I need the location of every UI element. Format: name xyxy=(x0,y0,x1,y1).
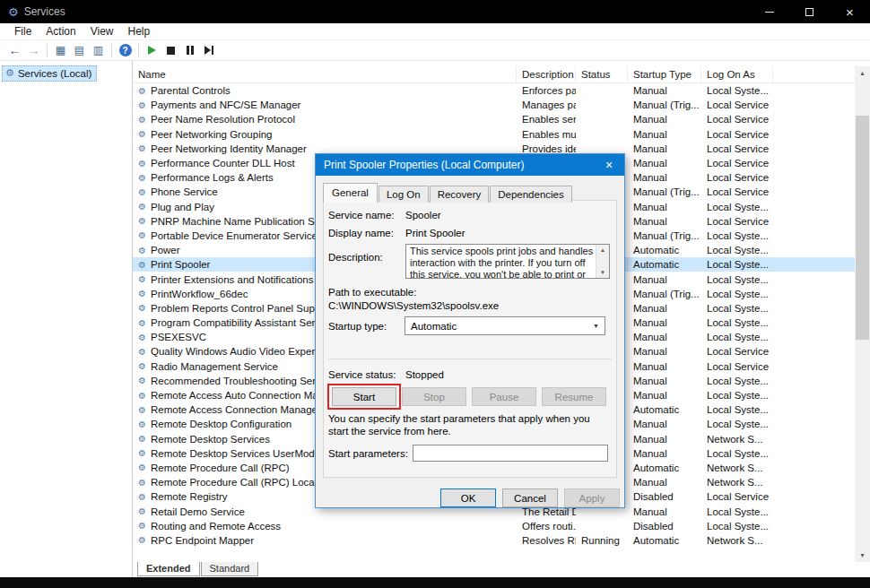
startup-type-dropdown[interactable]: Automatic ▼ xyxy=(405,316,605,335)
scrollbar-thumb[interactable] xyxy=(856,116,869,340)
description-scroll-up-icon[interactable]: ▲ xyxy=(596,245,609,255)
column-header-description[interactable]: Description xyxy=(517,66,576,82)
service-gear-icon: ⚙ xyxy=(138,173,146,183)
tab-recovery[interactable]: Recovery xyxy=(430,186,490,203)
minimize-icon xyxy=(765,12,774,13)
toolbar-separator xyxy=(111,44,112,57)
start-parameters-input[interactable] xyxy=(413,445,608,462)
service-status-value: Stopped xyxy=(405,369,444,380)
service-startup-type-cell: Disabled xyxy=(628,489,701,504)
maximize-button[interactable] xyxy=(789,0,830,23)
scroll-up-icon[interactable]: ▲ xyxy=(855,66,870,80)
description-box[interactable]: This service spools print jobs and handl… xyxy=(405,244,610,279)
menu-help[interactable]: Help xyxy=(121,23,158,40)
service-startup-type-cell: Manual xyxy=(628,272,701,286)
service-log-on-as-cell: Local Syste... xyxy=(701,519,773,533)
back-button[interactable]: ← xyxy=(5,42,24,59)
service-status-cell xyxy=(576,112,628,126)
service-startup-type-cell: Manual xyxy=(628,504,701,518)
restart-service-button[interactable] xyxy=(199,42,218,59)
tab-standard[interactable]: Standard xyxy=(201,562,259,576)
service-gear-icon: ⚙ xyxy=(138,289,146,298)
service-name-text: Routing and Remote Access xyxy=(151,521,281,532)
services-node-icon: ⚙ xyxy=(5,67,14,79)
service-startup-type-cell: Manual xyxy=(628,112,701,126)
service-name-text: RPC Endpoint Mapper xyxy=(151,535,254,546)
help-button[interactable]: ? xyxy=(116,42,135,59)
service-log-on-as-cell: Local Syste... xyxy=(701,417,773,431)
scroll-down-icon[interactable]: ▼ xyxy=(855,549,870,562)
service-startup-type-cell: Manual xyxy=(628,344,701,359)
table-row[interactable]: ⚙Payments and NFC/SE ManagerManages pa..… xyxy=(133,98,855,112)
service-startup-type-cell: Manual xyxy=(628,417,701,431)
service-startup-type-cell: Manual xyxy=(628,83,701,98)
print-spooler-properties-dialog: Print Spooler Properties (Local Computer… xyxy=(315,153,625,508)
service-name-text: Program Compatibility Assistant Service xyxy=(151,317,334,328)
tab-log-on[interactable]: Log On xyxy=(378,186,429,203)
service-log-on-as-cell: Local Service xyxy=(701,359,773,374)
service-name-text: PrintWorkflow_66dec xyxy=(151,289,248,299)
service-name-cell: ⚙Routing and Remote Access xyxy=(133,519,517,533)
service-name-text: Plug and Play xyxy=(151,202,214,212)
close-button[interactable]: × xyxy=(830,0,870,23)
forward-button[interactable]: → xyxy=(24,42,43,59)
service-description-cell: Manages pa... xyxy=(517,98,576,112)
show-console-tree-button[interactable]: ▦ xyxy=(51,42,70,59)
service-startup-type-cell: Manual xyxy=(628,214,701,229)
properties-button[interactable]: ▤ xyxy=(70,42,89,59)
services-app-icon: ⚙ xyxy=(8,6,19,18)
service-log-on-as-cell: Local Syste... xyxy=(701,402,773,417)
service-log-on-as-cell: Local Syste... xyxy=(701,287,773,301)
description-scrollbar[interactable]: ▲ ▼ xyxy=(596,245,609,278)
service-log-on-as-cell: Local Syste... xyxy=(701,83,773,98)
service-log-on-as-cell: Local Syste... xyxy=(701,504,773,518)
service-log-on-as-cell: Local Service xyxy=(701,170,773,185)
display-name-label: Display name: xyxy=(328,228,394,238)
display-name-value: Print Spooler xyxy=(405,228,465,238)
ok-button[interactable]: OK xyxy=(440,489,496,507)
service-name-text: PSEXESVC xyxy=(151,332,206,342)
service-name-text: Remote Desktop Services xyxy=(151,434,270,445)
service-gear-icon: ⚙ xyxy=(138,521,146,531)
tab-extended[interactable]: Extended xyxy=(137,562,200,576)
service-status-cell: Running xyxy=(576,533,628,548)
cancel-button[interactable]: Cancel xyxy=(502,489,558,507)
tab-dependencies[interactable]: Dependencies xyxy=(490,186,572,203)
window-controls: × xyxy=(749,0,870,23)
description-scroll-down-icon[interactable]: ▼ xyxy=(596,267,609,278)
table-row[interactable]: ⚙Parental ControlsEnforces pa...ManualLo… xyxy=(133,83,855,98)
dialog-close-button[interactable]: × xyxy=(594,154,624,176)
column-header-log-on-as[interactable]: Log On As xyxy=(701,66,773,82)
service-name-text: Parental Controls xyxy=(151,85,231,96)
vertical-scrollbar[interactable]: ▲ ▼ xyxy=(855,66,870,562)
start-button[interactable]: Start xyxy=(332,387,396,406)
start-service-button[interactable] xyxy=(143,42,161,59)
column-header-status[interactable]: Status xyxy=(576,66,628,82)
menu-action[interactable]: Action xyxy=(39,23,83,40)
export-list-button[interactable]: ▥ xyxy=(89,42,108,59)
column-header-name[interactable]: Name xyxy=(133,66,517,82)
service-log-on-as-cell: Local Syste... xyxy=(701,446,773,461)
tree-item-services-local[interactable]: ⚙ Services (Local) xyxy=(2,65,97,82)
tab-general[interactable]: General xyxy=(323,183,378,203)
table-row[interactable]: ⚙Routing and Remote AccessOffers routi..… xyxy=(133,519,855,533)
service-startup-type-cell: Automatic xyxy=(628,243,701,257)
service-startup-type-cell: Manual xyxy=(628,170,701,185)
resume-button: Resume xyxy=(542,387,606,406)
service-gear-icon: ⚙ xyxy=(138,303,146,313)
service-startup-type-cell: Manual xyxy=(628,432,701,446)
table-row[interactable]: ⚙Peer Networking GroupingEnables mul...M… xyxy=(133,127,855,142)
pause-service-button[interactable] xyxy=(180,42,199,59)
startup-type-label: Startup type: xyxy=(328,321,387,332)
service-log-on-as-cell: Local Service xyxy=(701,344,773,359)
table-row[interactable]: ⚙RPC Endpoint MapperResolves RP...Runnin… xyxy=(133,533,855,548)
service-startup-type-cell: Automatic xyxy=(628,533,701,548)
minimize-button[interactable] xyxy=(749,0,789,23)
menu-file[interactable]: File xyxy=(7,23,39,40)
description-text: This service spools print jobs and handl… xyxy=(410,246,594,279)
menu-view[interactable]: View xyxy=(83,23,121,40)
service-startup-type-cell: Manual xyxy=(628,330,701,344)
column-header-startup-type[interactable]: Startup Type xyxy=(628,66,701,82)
stop-service-button[interactable] xyxy=(161,42,180,59)
table-row[interactable]: ⚙Peer Name Resolution ProtocolEnables se… xyxy=(133,112,855,126)
